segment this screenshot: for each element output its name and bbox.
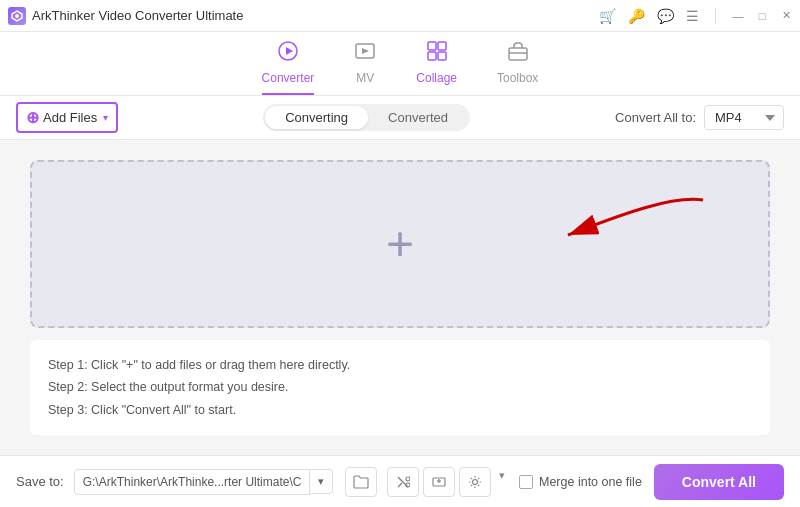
- convert-all-to: Convert All to: MP4 MKV AVI MOV WMV: [615, 105, 784, 130]
- nav-tabs: Converter MV Collage: [0, 32, 800, 96]
- toolbar: ⊕ Add Files ▾ Converting Converted Conve…: [0, 96, 800, 140]
- bottom-bar: Save to: ▾: [0, 455, 800, 507]
- menu-icon[interactable]: ☰: [686, 8, 699, 24]
- save-path-container: ▾: [74, 469, 333, 495]
- instruction-step2: Step 2: Select the output format you des…: [48, 376, 752, 399]
- svg-point-14: [406, 477, 410, 481]
- maximize-button[interactable]: □: [756, 10, 768, 22]
- title-bar-controls: 🛒 🔑 💬 ☰ — □ ✕: [599, 8, 792, 24]
- arrow-icon: [548, 190, 708, 270]
- key-icon[interactable]: 🔑: [628, 8, 645, 24]
- title-bar-left: ArkThinker Video Converter Ultimate: [8, 7, 243, 25]
- converting-tab[interactable]: Converting: [265, 106, 368, 129]
- enhance-tool-button[interactable]: [423, 467, 455, 497]
- add-files-label: Add Files: [43, 110, 97, 125]
- plus-add-symbol: +: [386, 220, 414, 268]
- minimize-button[interactable]: —: [732, 10, 744, 22]
- instruction-step1: Step 1: Click "+" to add files or drag t…: [48, 354, 752, 377]
- merge-checkbox[interactable]: [519, 475, 533, 489]
- svg-marker-3: [286, 47, 293, 55]
- settings-dropdown-arrow[interactable]: ▾: [495, 467, 509, 497]
- nav-tab-toolbox-label: Toolbox: [497, 71, 538, 85]
- trim-tool-button[interactable]: [387, 467, 419, 497]
- svg-rect-9: [509, 48, 527, 60]
- app-logo: [8, 7, 26, 25]
- save-path-input[interactable]: [74, 469, 310, 495]
- converted-tab[interactable]: Converted: [368, 106, 468, 129]
- svg-rect-6: [438, 42, 446, 50]
- nav-tab-mv-label: MV: [356, 71, 374, 85]
- converter-icon: [277, 40, 299, 67]
- add-files-button[interactable]: ⊕ Add Files ▾: [16, 102, 118, 133]
- save-path-dropdown-button[interactable]: ▾: [310, 469, 333, 494]
- nav-tab-collage[interactable]: Collage: [416, 40, 457, 95]
- nav-tab-toolbox[interactable]: Toolbox: [497, 40, 538, 95]
- svg-rect-5: [428, 42, 436, 50]
- merge-label: Merge into one file: [539, 475, 642, 489]
- svg-line-13: [398, 483, 402, 487]
- instruction-step3: Step 3: Click "Convert All" to start.: [48, 399, 752, 422]
- collage-icon: [426, 40, 448, 67]
- settings-tool-button[interactable]: [459, 467, 491, 497]
- merge-checkbox-container: Merge into one file: [519, 475, 642, 489]
- app-title: ArkThinker Video Converter Ultimate: [32, 8, 243, 23]
- nav-tab-mv[interactable]: MV: [354, 40, 376, 95]
- nav-tab-converter-label: Converter: [262, 71, 315, 85]
- nav-tab-collage-label: Collage: [416, 71, 457, 85]
- svg-rect-7: [428, 52, 436, 60]
- add-icon: ⊕: [26, 108, 39, 127]
- mv-icon: [354, 40, 376, 67]
- svg-point-19: [473, 479, 478, 484]
- svg-point-1: [15, 14, 19, 18]
- cart-icon[interactable]: 🛒: [599, 8, 616, 24]
- format-select[interactable]: MP4 MKV AVI MOV WMV: [704, 105, 784, 130]
- svg-rect-8: [438, 52, 446, 60]
- title-bar: ArkThinker Video Converter Ultimate 🛒 🔑 …: [0, 0, 800, 32]
- nav-tab-converter[interactable]: Converter: [262, 40, 315, 95]
- main-content: + Step 1: Click "+" to add files or drag…: [0, 140, 800, 455]
- save-to-label: Save to:: [16, 474, 64, 489]
- converting-tabs: Converting Converted: [263, 104, 470, 131]
- convert-all-to-label: Convert All to:: [615, 110, 696, 125]
- toolbox-icon: [507, 40, 529, 67]
- open-folder-button[interactable]: [345, 467, 377, 497]
- convert-all-button[interactable]: Convert All: [654, 464, 784, 500]
- bottom-bar-right: Merge into one file Convert All: [519, 464, 784, 500]
- chat-icon[interactable]: 💬: [657, 8, 674, 24]
- add-files-dropdown-arrow: ▾: [103, 112, 108, 123]
- close-button[interactable]: ✕: [780, 10, 792, 22]
- instructions: Step 1: Click "+" to add files or drag t…: [30, 340, 770, 436]
- tool-buttons: ▾: [387, 467, 509, 497]
- drop-zone[interactable]: +: [30, 160, 770, 328]
